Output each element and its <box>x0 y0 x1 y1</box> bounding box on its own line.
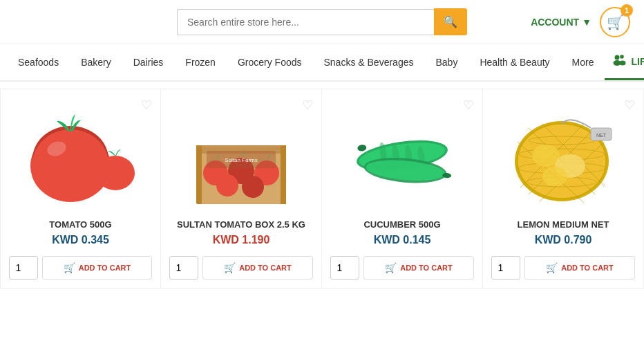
add-to-cart-button-tomato[interactable]: 🛒 ADD TO CART <box>42 256 152 280</box>
wishlist-button-lemon[interactable]: ♡ <box>624 98 635 113</box>
cart-icon-small: 🛒 <box>224 262 236 273</box>
cart-icon: 🛒 <box>607 14 624 30</box>
svg-point-3 <box>620 61 626 66</box>
search-button[interactable]: 🔍 <box>434 8 467 35</box>
product-card-lemon: ♡ NET <box>483 89 644 289</box>
product-name-lemon: LEMON MEDIUM NET <box>518 219 609 230</box>
nav-item-bakery[interactable]: Bakery <box>70 47 122 77</box>
lifestyle-icon <box>612 54 627 68</box>
search-input[interactable] <box>177 9 434 35</box>
nav-item-more[interactable]: More <box>561 47 605 77</box>
product-name-tomato: TOMATO 500G <box>49 219 111 230</box>
wishlist-button-tomato[interactable]: ♡ <box>141 98 152 113</box>
svg-point-26 <box>357 144 367 152</box>
account-button[interactable]: ACCOUNT ▼ <box>531 17 591 28</box>
product-image-lemon: NET <box>501 100 625 211</box>
svg-point-17 <box>242 176 264 198</box>
cart-button[interactable]: 🛒 1 <box>600 7 630 37</box>
qty-input-tomato[interactable] <box>9 256 38 280</box>
header: 🔍 ACCOUNT ▼ 🛒 1 <box>0 0 644 44</box>
nav-item-dairies[interactable]: Dairies <box>122 47 175 77</box>
search-icon: 🔍 <box>444 16 457 28</box>
nav-item-snacks[interactable]: Snacks & Beverages <box>313 47 425 77</box>
product-name-cucumber: CUCUMBER 500G <box>363 219 440 230</box>
nav-item-seafoods[interactable]: Seafoods <box>7 47 70 77</box>
add-to-cart-button-tomato-box[interactable]: 🛒 ADD TO CART <box>202 256 313 280</box>
add-to-cart-button-cucumber[interactable]: 🛒 ADD TO CART <box>363 256 474 280</box>
qty-input-cucumber[interactable] <box>330 256 359 280</box>
cart-badge: 1 <box>621 4 633 17</box>
product-price-cucumber: KWD 0.145 <box>374 234 431 246</box>
account-label: ACCOUNT <box>531 17 579 28</box>
svg-point-6 <box>32 129 108 199</box>
nav-item-baby[interactable]: Baby <box>424 47 468 77</box>
svg-point-1 <box>621 55 625 59</box>
product-card-tomato: ♡ TOMATO 500G KWD 0.345 <box>0 89 161 289</box>
svg-text:NET: NET <box>596 133 607 138</box>
product-card-tomato-box: ♡ Sultan Farms <box>161 89 322 289</box>
nav-item-grocery-foods[interactable]: Grocery Foods <box>227 47 313 77</box>
svg-point-47 <box>542 167 567 186</box>
nav-item-frozen[interactable]: Frozen <box>174 47 227 77</box>
product-price-lemon: KWD 0.790 <box>535 234 592 246</box>
product-price-tomato-box: KWD 1.190 <box>213 234 270 246</box>
add-to-cart-row-lemon: 🛒 ADD TO CART <box>491 256 635 280</box>
add-to-cart-row-tomato-box: 🛒 ADD TO CART <box>169 256 313 280</box>
wishlist-button-tomato-box[interactable]: ♡ <box>302 98 313 113</box>
svg-rect-11 <box>196 145 202 204</box>
nav-bar: Seafoods Bakery Dairies Frozen Grocery F… <box>0 44 644 82</box>
svg-point-16 <box>216 174 238 196</box>
product-card-cucumber: ♡ CUCUMBER 500G KWD 0.145 <box>322 89 483 289</box>
search-container: 🔍 <box>177 8 467 35</box>
svg-text:Sultan Farms: Sultan Farms <box>225 157 258 163</box>
add-to-cart-button-lemon[interactable]: 🛒 ADD TO CART <box>524 256 635 280</box>
nav-item-health-beauty[interactable]: Health & Beauty <box>468 47 560 77</box>
product-image-tomato-box: Sultan Farms <box>179 100 303 211</box>
qty-input-tomato-box[interactable] <box>169 256 198 280</box>
account-area: ACCOUNT ▼ 🛒 1 <box>531 7 630 37</box>
wishlist-button-cucumber[interactable]: ♡ <box>463 98 474 113</box>
svg-rect-12 <box>281 145 286 204</box>
svg-point-0 <box>615 55 620 60</box>
product-name-tomato-box: SULTAN TOMATO BOX 2.5 KG <box>177 219 305 230</box>
nav-item-lifestyle[interactable]: LIFESTYLE <box>605 44 644 80</box>
chevron-down-icon: ▼ <box>582 17 591 28</box>
add-to-cart-row-cucumber: 🛒 ADD TO CART <box>330 256 474 280</box>
cart-icon-small: 🛒 <box>385 262 397 273</box>
add-to-cart-row-tomato: 🛒 ADD TO CART <box>9 256 152 280</box>
svg-point-8 <box>96 156 135 190</box>
cart-icon-small: 🛒 <box>64 262 75 273</box>
lifestyle-label: LIFESTYLE <box>631 56 644 67</box>
product-price-tomato: KWD 0.345 <box>52 234 109 246</box>
products-grid: ♡ TOMATO 500G KWD 0.345 <box>0 82 644 295</box>
cart-icon-small: 🛒 <box>546 262 558 273</box>
qty-input-lemon[interactable] <box>491 256 520 280</box>
product-image-tomato <box>19 100 143 211</box>
product-image-cucumber <box>340 100 464 211</box>
